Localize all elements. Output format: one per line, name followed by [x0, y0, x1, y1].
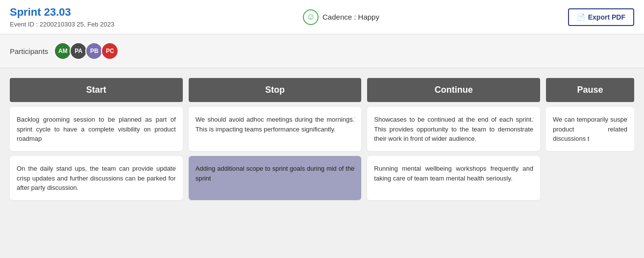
avatar: PA: [70, 42, 87, 60]
column-pause: Pause...We can temporarily suspe product…: [546, 78, 634, 200]
participants-bar: Participants AMPAPBPC: [0, 34, 644, 68]
card-text: Showcases to be continued at the end of …: [374, 115, 533, 144]
avatar: PC: [101, 42, 119, 60]
card-text: Backlog grooming session to be planned a…: [17, 115, 176, 144]
card-dots[interactable]: ...: [526, 160, 535, 170]
column-stop: Stop...We should avoid adhoc meetings du…: [189, 78, 362, 200]
header-center: ☺ Cadence : Happy: [303, 9, 379, 25]
main-content: Start...Backlog grooming session to be p…: [0, 68, 644, 210]
card-continue-1[interactable]: ...Running mental wellbeing workshops fr…: [367, 156, 540, 200]
column-header-stop: Stop: [189, 78, 362, 102]
card-stop-1[interactable]: ...Adding additional scope to sprint goa…: [189, 156, 362, 200]
card-stop-0[interactable]: ...We should avoid adhoc meetings during…: [189, 107, 362, 151]
column-start: Start...Backlog grooming session to be p…: [10, 78, 183, 200]
export-icon: 📄: [577, 13, 585, 21]
card-dots[interactable]: ...: [348, 160, 357, 170]
card-dots[interactable]: ...: [169, 111, 178, 121]
column-header-continue: Continue: [367, 78, 540, 102]
avatars-group: AMPAPBPC: [54, 42, 119, 60]
card-dots[interactable]: ...: [348, 111, 357, 121]
cadence-label: Cadence : Happy: [322, 13, 379, 21]
card-continue-0[interactable]: ...Showcases to be continued at the end …: [367, 107, 540, 151]
card-text: Adding additional scope to sprint goals …: [196, 164, 355, 183]
card-text: We should avoid adhoc meetings during th…: [196, 115, 355, 134]
card-pause-0[interactable]: ...We can temporarily suspe product rela…: [546, 107, 634, 151]
card-start-1[interactable]: ...On the daily stand ups, the team can …: [10, 156, 183, 200]
page-title: Sprint 23.03: [10, 6, 114, 19]
card-text: Running mental wellbeing workshops frequ…: [374, 164, 533, 183]
avatar: AM: [54, 42, 72, 60]
card-dots[interactable]: ...: [620, 111, 629, 121]
header: Sprint 23.03 Event ID : 2200210303 25, F…: [0, 0, 644, 34]
card-text: We can temporarily suspe product related…: [553, 115, 627, 144]
card-start-0[interactable]: ...Backlog grooming session to be planne…: [10, 107, 183, 151]
column-header-pause: Pause: [546, 78, 634, 102]
column-continue: Continue...Showcases to be continued at …: [367, 78, 540, 200]
card-dots[interactable]: ...: [169, 160, 178, 170]
card-text: On the daily stand ups, the team can pro…: [17, 164, 176, 193]
export-label: Export PDF: [588, 13, 625, 21]
column-header-start: Start: [10, 78, 183, 102]
participants-label: Participants: [10, 47, 48, 55]
event-id: Event ID : 2200210303 25, Feb 2023: [10, 21, 114, 28]
header-left: Sprint 23.03 Event ID : 2200210303 25, F…: [10, 6, 114, 28]
export-pdf-button[interactable]: 📄 Export PDF: [568, 8, 634, 26]
cadence-icon: ☺: [303, 9, 319, 25]
avatar: PB: [85, 42, 103, 60]
card-dots[interactable]: ...: [526, 111, 535, 121]
